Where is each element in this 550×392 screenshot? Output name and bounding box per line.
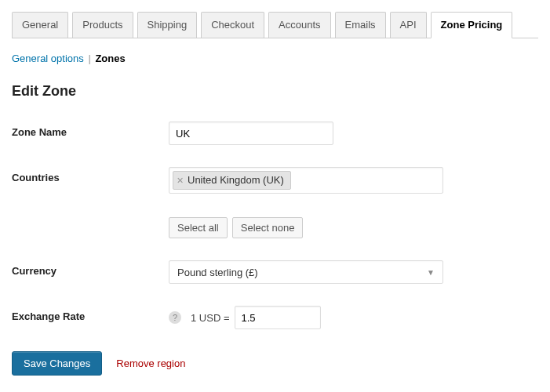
subnav-general-options[interactable]: General options [12,53,84,64]
currency-label: Currency [12,260,169,277]
subnav-zones[interactable]: Zones [95,53,125,64]
tab-general[interactable]: General [12,12,68,38]
remove-region-link[interactable]: Remove region [116,358,185,369]
settings-tabs: General Products Shipping Checkout Accou… [12,12,538,38]
tab-checkout[interactable]: Checkout [201,12,264,38]
countries-multiselect[interactable]: ✕ United Kingdom (UK) [169,167,443,194]
tab-api[interactable]: API [390,12,427,38]
country-tag-label: United Kingdom (UK) [188,174,284,187]
zone-name-input[interactable] [169,122,333,145]
select-none-button[interactable]: Select none [232,217,304,238]
exchange-rate-label: Exchange Rate [12,306,169,322]
remove-tag-icon[interactable]: ✕ [177,174,184,187]
tab-accounts[interactable]: Accounts [268,12,330,38]
exchange-rate-input[interactable] [235,306,321,329]
currency-select[interactable]: Pound sterling (£) ▼ [169,260,443,284]
country-tag[interactable]: ✕ United Kingdom (UK) [173,171,291,190]
tab-products[interactable]: Products [72,12,133,38]
exchange-rate-prefix: 1 USD = [191,312,230,324]
zone-name-label: Zone Name [12,122,169,138]
save-button[interactable]: Save Changes [12,351,102,376]
chevron-down-icon: ▼ [427,268,435,277]
currency-value: Pound sterling (£) [177,267,258,278]
subnav-separator: | [88,53,90,64]
countries-label: Countries [12,167,169,183]
help-icon[interactable]: ? [169,311,181,324]
tab-emails[interactable]: Emails [335,12,386,38]
tab-shipping[interactable]: Shipping [137,12,198,38]
tab-zone-pricing[interactable]: Zone Pricing [431,12,513,38]
select-all-button[interactable]: Select all [169,217,228,238]
subnav: General options | Zones [12,53,538,64]
page-title: Edit Zone [12,83,538,100]
